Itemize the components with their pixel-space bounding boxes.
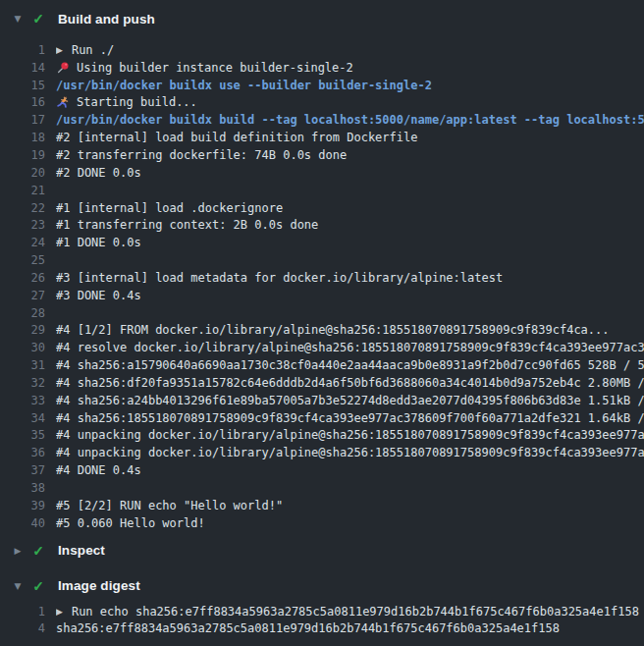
line-content: Starting build... (56, 95, 644, 109)
log-line: 29 #4 [1/2] FROM docker.io/library/alpin… (0, 322, 644, 340)
line-number[interactable]: 1 (0, 43, 45, 57)
line-text: #1 transferring context: 2B 0.0s done (56, 218, 318, 232)
line-number[interactable]: 36 (0, 446, 45, 459)
line-number[interactable]: 31 (0, 358, 45, 372)
line-number[interactable]: 18 (0, 131, 45, 144)
section-lines: 1 ▶Run ./ 14 Using builder instance buil… (0, 29, 644, 532)
section-header[interactable]: ▼ ✓ Build and push (0, 8, 644, 29)
line-number[interactable]: 15 (0, 79, 45, 92)
line-number[interactable]: 23 (0, 218, 45, 232)
section-header[interactable]: ▼ ✓ Image digest (0, 575, 644, 597)
line-number[interactable]: 26 (0, 271, 45, 285)
chevron-icon[interactable]: ▼ (13, 14, 23, 24)
log-line: 35 #4 unpacking docker.io/library/alpine… (0, 427, 644, 445)
line-content: #3 [internal] load metadata for docker.i… (56, 271, 644, 285)
pushpin-icon (56, 61, 70, 75)
line-number[interactable]: 14 (0, 61, 45, 75)
line-number[interactable]: 38 (0, 481, 45, 495)
line-text: #4 resolve docker.io/library/alpine@sha2… (56, 341, 644, 354)
line-number[interactable]: 33 (0, 394, 45, 407)
line-number[interactable]: 40 (0, 516, 45, 530)
line-number[interactable]: 21 (0, 184, 45, 197)
log-line: 34 #4 sha256:185518070891758909c9f839cf4… (0, 409, 644, 427)
line-text: /usr/bin/docker buildx build --tag local… (56, 113, 644, 127)
line-content: Using builder instance builder-single-2 (56, 61, 644, 75)
line-text: #4 unpacking docker.io/library/alpine@sh… (56, 446, 644, 459)
line-number[interactable]: 34 (0, 411, 45, 425)
section-title: Image digest (58, 578, 140, 593)
line-number[interactable]: 4 (0, 621, 45, 635)
chevron-icon[interactable]: ▼ (13, 581, 23, 591)
log-line: 37 #4 DONE 0.4s (0, 461, 644, 479)
line-text: #4 sha256:a24bb4013296f61e89ba57005a7b3e… (56, 394, 644, 407)
line-number[interactable]: 30 (0, 341, 45, 354)
line-number[interactable]: 35 (0, 428, 45, 442)
log-line: 4 sha256:e7ff8834a5963a2785c5a0811e979d1… (0, 619, 644, 637)
play-icon[interactable]: ▶ (56, 607, 63, 617)
line-number[interactable]: 32 (0, 376, 45, 390)
line-text: Run echo sha256:e7ff8834a5963a2785c5a081… (72, 605, 639, 619)
log-line: 36 #4 unpacking docker.io/library/alpine… (0, 444, 644, 461)
line-content: /usr/bin/docker buildx build --tag local… (56, 113, 644, 127)
line-content: #4 sha256:a24bb4013296f61e89ba57005a7b3e… (56, 394, 644, 407)
line-text: #1 [internal] load .dockerignore (56, 201, 283, 215)
line-number[interactable]: 29 (0, 323, 45, 337)
line-number[interactable]: 19 (0, 148, 45, 162)
line-text: #5 0.060 Hello world! (56, 516, 205, 530)
line-number[interactable]: 22 (0, 201, 45, 215)
line-content: #3 DONE 0.4s (56, 289, 644, 302)
line-number[interactable]: 28 (0, 306, 45, 320)
log-line: 39 #5 [2/2] RUN echo "Hello world!" (0, 497, 644, 514)
check-icon: ✓ (31, 11, 45, 27)
log-line: 31 #4 sha256:a15790640a6690aa1730c38cf0a… (0, 356, 644, 374)
line-content: ▶Run ./ (56, 43, 644, 57)
line-text: #3 DONE 0.4s (56, 289, 141, 302)
line-text: #4 sha256:a15790640a6690aa1730c38cf0a440… (56, 358, 644, 372)
log-line: 28 (0, 304, 644, 322)
line-content: #1 DONE 0.0s (56, 236, 644, 249)
line-number[interactable]: 39 (0, 499, 45, 512)
line-text: #2 DONE 0.0s (56, 166, 141, 180)
log-line: 1 ▶Run ./ (0, 41, 644, 59)
line-text: #5 [2/2] RUN echo "Hello world!" (56, 499, 283, 512)
line-text: #4 [1/2] FROM docker.io/library/alpine@s… (56, 323, 610, 337)
log-line: 24 #1 DONE 0.0s (0, 234, 644, 251)
log-line: 33 #4 sha256:a24bb4013296f61e89ba57005a7… (0, 392, 644, 409)
line-number[interactable]: 25 (0, 253, 45, 267)
line-text: Run ./ (72, 43, 114, 57)
log-viewer: ▼ ✓ Build and push 1 ▶Run ./ 14 Using bu… (0, 0, 644, 637)
line-content: #4 sha256:185518070891758909c9f839cf4ca3… (56, 411, 644, 425)
section-lines: 1 ▶Run echo sha256:e7ff8834a5963a2785c5a… (0, 597, 644, 638)
log-line: 20 #2 DONE 0.0s (0, 164, 644, 182)
log-line: 1 ▶Run echo sha256:e7ff8834a5963a2785c5a… (0, 603, 644, 620)
play-icon[interactable]: ▶ (56, 45, 63, 55)
line-text: #4 unpacking docker.io/library/alpine@sh… (56, 428, 644, 442)
log-line: 22 #1 [internal] load .dockerignore (0, 199, 644, 217)
chevron-icon[interactable]: ▶ (13, 546, 23, 556)
log-line: 19 #2 transferring dockerfile: 74B 0.0s … (0, 146, 644, 164)
log-line: 23 #1 transferring context: 2B 0.0s done (0, 216, 644, 234)
line-number[interactable]: 20 (0, 166, 45, 180)
line-text: /usr/bin/docker buildx use --builder bui… (56, 79, 432, 92)
line-content: #2 [internal] load build definition from… (56, 131, 644, 144)
line-content: #5 [2/2] RUN echo "Hello world!" (56, 499, 644, 512)
line-number[interactable]: 1 (0, 605, 45, 619)
line-content: #4 sha256:a15790640a6690aa1730c38cf0a440… (56, 358, 644, 372)
log-section-image-digest: ▼ ✓ Image digest 1 ▶Run echo sha256:e7ff… (0, 575, 644, 638)
line-number[interactable]: 17 (0, 113, 45, 127)
line-content: #1 transferring context: 2B 0.0s done (56, 218, 644, 232)
log-line: 16 Starting build... (0, 94, 644, 112)
log-section-build-and-push: ▼ ✓ Build and push 1 ▶Run ./ 14 Using bu… (0, 8, 644, 532)
line-text: #1 DONE 0.0s (56, 236, 141, 249)
section-header[interactable]: ▶ ✓ Inspect (0, 540, 644, 562)
line-number[interactable]: 24 (0, 236, 45, 249)
line-content: /usr/bin/docker buildx use --builder bui… (56, 79, 644, 92)
line-text: Starting build... (77, 95, 197, 109)
line-number[interactable]: 16 (0, 95, 45, 109)
line-number[interactable]: 27 (0, 289, 45, 302)
line-text: #3 [internal] load metadata for docker.i… (56, 271, 503, 285)
line-text: #2 transferring dockerfile: 74B 0.0s don… (56, 148, 347, 162)
log-line: 27 #3 DONE 0.4s (0, 287, 644, 304)
line-number[interactable]: 37 (0, 463, 45, 477)
log-line: 25 (0, 251, 644, 269)
